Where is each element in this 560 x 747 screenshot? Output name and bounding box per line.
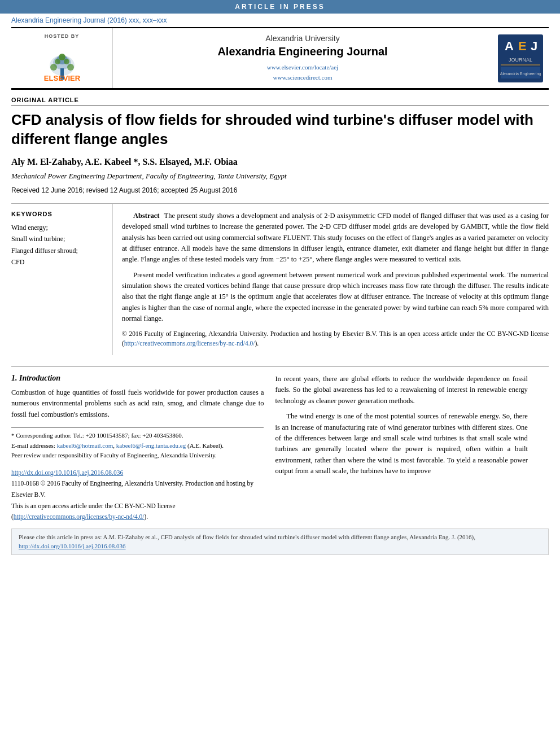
keyword-4: CFD: [11, 256, 106, 268]
main-content: ORIGINAL ARTICLE CFD analysis of flow fi…: [0, 97, 560, 554]
university-name: Alexandria University: [265, 34, 340, 43]
svg-text:A: A: [505, 39, 514, 53]
cc-license-link[interactable]: http://creativecommons.org/licenses/by-n…: [124, 340, 255, 347]
svg-point-6: [67, 64, 74, 71]
abstract-paragraph-2: Present model verification indicates a g…: [122, 270, 549, 325]
article-type: ORIGINAL ARTICLE: [11, 97, 549, 106]
introduction-section: 1. Introduction Combustion of huge quant…: [11, 366, 549, 523]
introduction-left-col: 1. Introduction Combustion of huge quant…: [11, 374, 264, 523]
journal-title-area: Alexandria University Alexandria Enginee…: [113, 28, 492, 88]
affiliation: Mechanical Power Engineering Department,…: [11, 172, 549, 181]
keyword-1: Wind energy;: [11, 222, 106, 233]
elsevier-logo-area: HOSTED BY ELSEVIER: [11, 28, 113, 88]
citation-box: Please cite this article in press as: A.…: [11, 528, 549, 555]
keywords-title: KEYWORDS: [11, 211, 106, 217]
email-footnote: E-mail addresses: kabeel6@hotmail.com, k…: [11, 441, 264, 451]
journal-urls: www.elsevier.com/locate/aej www.scienced…: [267, 63, 338, 82]
intro-right-para-2: The wind energy is one of the most poten…: [275, 411, 527, 477]
svg-text:JOURNAL: JOURNAL: [509, 57, 532, 63]
elsevier-logo-icon: ELSEVIER: [28, 41, 96, 84]
keyword-3: Flanged diffuser shroud;: [11, 245, 106, 256]
journal-link-line: Alexandria Engineering Journal (2016) xx…: [0, 14, 560, 27]
abstract-text: The present study shows a development an…: [122, 211, 549, 325]
abstract-col: The present study shows a development an…: [113, 204, 549, 355]
intro-left-para-1: Combustion of huge quantities of fossil …: [11, 387, 264, 420]
keywords-list: Wind energy; Small wind turbine; Flanged…: [11, 222, 106, 268]
corresponding-footnote: * Corresponding author. Tel.: +20 100154…: [11, 431, 264, 441]
svg-point-8: [64, 59, 69, 64]
hosted-by-label: HOSTED BY: [45, 33, 80, 39]
doi-link[interactable]: http://dx.doi.org/10.1016/j.aej.2016.08.…: [11, 469, 123, 476]
journal-url-1[interactable]: www.elsevier.com/locate/aej: [267, 63, 338, 73]
svg-text:Alexandria Engineering: Alexandria Engineering: [500, 72, 541, 76]
aej-logo-area: A E J JOURNAL Alexandria Engineering: [492, 28, 549, 88]
bottom-links: http://dx.doi.org/10.1016/j.aej.2016.08.…: [11, 468, 264, 523]
svg-point-9: [59, 54, 65, 60]
intro-right-para-1: In recent years, there are global effort…: [275, 374, 527, 407]
keyword-2: Small wind turbine;: [11, 233, 106, 244]
citation-doi-link[interactable]: http://dx.doi.org/10.1016/j.aej.2016.08.…: [19, 543, 126, 549]
aej-logo-icon: A E J JOURNAL Alexandria Engineering: [498, 34, 543, 82]
journal-header: HOSTED BY ELSEVIER Alexandr: [11, 27, 549, 90]
introduction-right-text: In recent years, there are global effort…: [275, 374, 527, 477]
cc-link-bottom[interactable]: http://creativecommons.org/licenses/by-n…: [14, 513, 145, 520]
svg-text:J: J: [531, 39, 537, 53]
svg-text:E: E: [518, 39, 527, 53]
peer-review-footnote: Peer review under responsibility of Facu…: [11, 451, 264, 461]
svg-text:ELSEVIER: ELSEVIER: [43, 74, 80, 82]
copyright-line-2: This is an open access article under the…: [11, 501, 264, 523]
dates-line: Received 12 June 2016; revised 12 August…: [11, 186, 549, 194]
keywords-col: KEYWORDS Wind energy; Small wind turbine…: [11, 204, 113, 355]
email-link-2[interactable]: kabeel6@f-eng.tanta.edu.eg: [116, 442, 186, 449]
footnotes: * Corresponding author. Tel.: +20 100154…: [11, 427, 264, 461]
journal-link[interactable]: Alexandria Engineering Journal (2016) xx…: [11, 16, 167, 24]
introduction-right-col: In recent years, there are global effort…: [275, 374, 527, 523]
copyright-text: © 2016 Faculty of Engineering, Alexandri…: [122, 329, 549, 349]
email-link-1[interactable]: kabeel6@hotmail.com: [57, 442, 113, 449]
doi-link-line: http://dx.doi.org/10.1016/j.aej.2016.08.…: [11, 468, 264, 479]
abstract-paragraph-1: The present study shows a development an…: [122, 211, 549, 265]
journal-url-2[interactable]: www.sciencedirect.com: [267, 73, 338, 83]
article-title: CFD analysis of flow fields for shrouded…: [11, 111, 549, 149]
copyright-line-1: 1110-0168 © 2016 Faculty of Engineering,…: [11, 478, 264, 500]
introduction-left-text: Combustion of huge quantities of fossil …: [11, 387, 264, 420]
journal-name: Alexandria Engineering Journal: [217, 45, 387, 58]
introduction-title: 1. Introduction: [11, 374, 264, 383]
svg-point-5: [50, 64, 57, 71]
article-in-press-banner: ARTICLE IN PRESS: [0, 0, 560, 14]
svg-point-7: [55, 59, 60, 64]
authors: Aly M. El-Zahaby, A.E. Kabeel *, S.S. El…: [11, 157, 549, 167]
abstract-keywords-row: KEYWORDS Wind energy; Small wind turbine…: [11, 203, 549, 355]
